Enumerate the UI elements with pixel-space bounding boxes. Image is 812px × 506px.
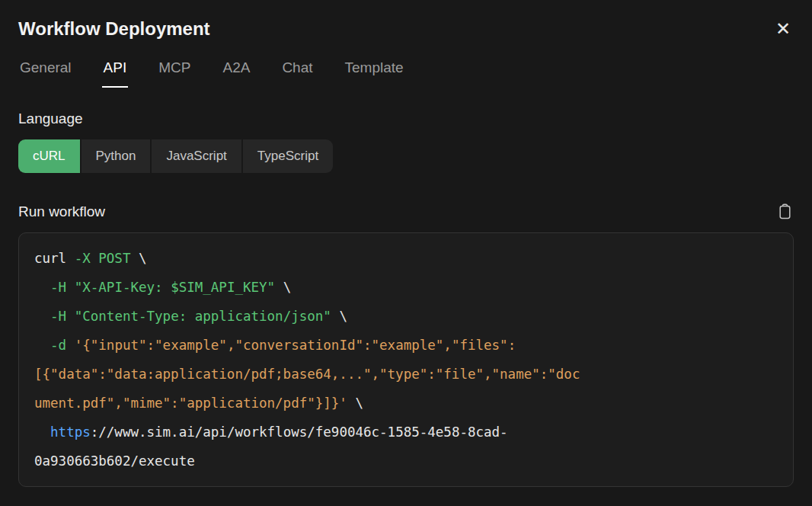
language-selector: cURLPythonJavaScriptTypeScript [18,139,333,173]
code-line: curl -X POST \ [34,244,778,273]
copy-icon[interactable] [776,202,794,221]
run-workflow-row: Run workflow [18,202,794,221]
tab-bar: GeneralAPIMCPA2AChatTemplate [18,59,794,88]
code-line: ument.pdf","mime":"application/pdf"}]}' … [34,389,778,418]
tab-general[interactable]: General [18,59,73,88]
tab-mcp[interactable]: MCP [157,59,192,88]
tab-a2a[interactable]: A2A [221,59,251,88]
workflow-deployment-modal: Workflow Deployment ✕ GeneralAPIMCPA2ACh… [0,0,812,487]
code-line: [{"data":"data:application/pdf;base64,..… [34,360,778,389]
code-line: https://www.sim.ai/api/workflows/fe90046… [34,418,778,447]
code-block: curl -X POST \ -H "X-API-Key: $SIM_API_K… [18,232,794,487]
language-option-typescript[interactable]: TypeScript [243,139,333,173]
tab-chat[interactable]: Chat [280,59,314,88]
modal-header: Workflow Deployment ✕ [18,0,794,40]
run-workflow-label: Run workflow [18,203,105,220]
code-line: -H "X-API-Key: $SIM_API_KEY" \ [34,273,778,302]
language-option-javascript[interactable]: JavaScript [152,139,241,173]
code-line: -d '{"input":"example","conversationId":… [34,331,778,360]
language-option-python[interactable]: Python [82,139,151,173]
language-label: Language [18,110,794,127]
page-title: Workflow Deployment [18,18,210,40]
close-icon[interactable]: ✕ [772,18,794,40]
code-line: -H "Content-Type: application/json" \ [34,302,778,331]
tab-template[interactable]: Template [344,59,405,88]
code-line: 0a930663b602/execute [34,447,778,476]
language-option-curl[interactable]: cURL [18,139,80,173]
clipboard-icon [778,203,792,219]
tab-api[interactable]: API [102,59,129,88]
